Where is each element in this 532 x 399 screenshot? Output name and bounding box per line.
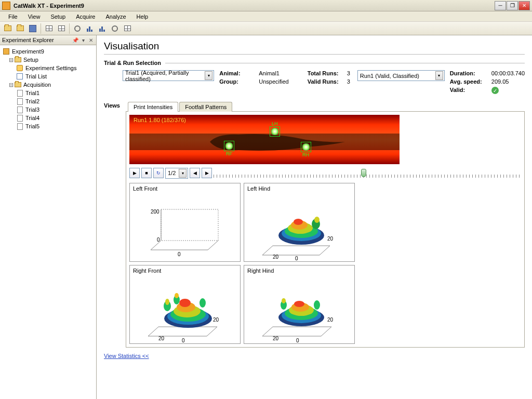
chevron-down-icon[interactable]: ▾ xyxy=(179,169,187,178)
axis-label: 20 xyxy=(273,336,279,341)
axis-label: 20 xyxy=(327,317,334,323)
tree-root[interactable]: Experiment9 xyxy=(1,47,95,56)
svg-point-15 xyxy=(165,299,169,305)
tree-item-label: Trial List xyxy=(25,73,47,79)
tree-acquisition[interactable]: ⊟ Acquisition xyxy=(1,81,95,89)
axis-label: 0 xyxy=(178,251,181,257)
views-label: Views xyxy=(104,101,123,109)
svg-point-7 xyxy=(314,217,320,223)
menu-analyze[interactable]: Analyze xyxy=(100,12,131,21)
menu-setup[interactable]: Setup xyxy=(45,12,71,21)
menu-help[interactable]: Help xyxy=(131,12,154,21)
tree-item-label: Trial2 xyxy=(25,98,39,104)
duration-label: Duration: xyxy=(450,70,488,76)
titlebar: CatWalk XT - Experiment9 ─ ❐ ✕ xyxy=(0,0,532,11)
tool-run-icon[interactable] xyxy=(109,23,121,34)
svg-point-27 xyxy=(314,300,320,310)
tab-print-intensities[interactable]: Print Intensities xyxy=(128,102,178,112)
plot-left-hind: Left Hind xyxy=(244,183,355,262)
group-value: Unspecified xyxy=(259,78,288,85)
trial-select[interactable]: Trial1 (Acquired, Partially classified) … xyxy=(123,70,214,81)
axis-label: 20 xyxy=(327,236,334,242)
pin-icon[interactable]: 📌 xyxy=(72,37,78,43)
svg-point-18 xyxy=(200,298,206,308)
tree-trial1[interactable]: Trial1 xyxy=(1,89,95,97)
avg-speed-value: 209.05 xyxy=(491,78,509,85)
chevron-down-icon[interactable]: ▾ xyxy=(435,71,443,80)
tree-trial3[interactable]: Trial3 xyxy=(1,105,95,114)
page-title: Visualisation xyxy=(104,41,525,52)
experiment-tree: Experiment9 ⊟ Setup Experiment Settings … xyxy=(0,45,96,132)
animal-label: Animal: xyxy=(219,70,256,76)
axis-label: 20 xyxy=(158,336,165,341)
svg-point-26 xyxy=(282,298,286,303)
tool-table-icon[interactable] xyxy=(43,23,55,34)
paw-label: RF xyxy=(226,151,232,156)
timeline-slider[interactable] xyxy=(214,167,521,179)
tool-export-icon[interactable] xyxy=(122,23,133,34)
runway-view: Run1 1.80 (182/376) RF LH xyxy=(129,115,400,164)
tree-acquisition-label: Acquisition xyxy=(23,82,51,88)
menu-acquire[interactable]: Acquire xyxy=(71,12,100,21)
tree-item-label: Trial5 xyxy=(25,123,39,129)
panel-close-icon[interactable]: ✕ xyxy=(88,37,94,43)
tree-trial4[interactable]: Trial4 xyxy=(1,114,95,122)
axis-label: 200 xyxy=(151,209,159,215)
axis-label: 0 xyxy=(295,256,298,261)
toolbar-separator xyxy=(41,23,41,34)
collapse-icon[interactable]: ⊟ xyxy=(8,82,14,88)
play-button[interactable]: ▶ xyxy=(129,168,140,178)
svg-point-24 xyxy=(294,301,304,307)
menubar: File View Setup Acquire Analyze Help xyxy=(0,11,532,22)
run-select[interactable]: Run1 (Valid, Classified) ▾ xyxy=(357,70,445,81)
valid-runs-label: Valid Runs: xyxy=(308,78,344,85)
minimize-button[interactable]: ─ xyxy=(495,1,506,10)
tool-settings-icon[interactable] xyxy=(72,23,83,34)
stop-button[interactable]: ■ xyxy=(141,168,152,178)
valid-runs-value: 3 xyxy=(347,78,350,85)
plot-left-front: Left Front 200 0 xyxy=(129,183,241,262)
collapse-icon[interactable]: ⊟ xyxy=(8,57,14,63)
axis-label: 20 xyxy=(273,254,279,260)
runway-overlay-text: Run1 1.80 (182/376) xyxy=(134,117,186,123)
tree-setup[interactable]: ⊟ Setup xyxy=(1,56,95,64)
menu-file[interactable]: File xyxy=(3,12,23,21)
frame-forward-button[interactable]: ▶ xyxy=(202,168,212,178)
toolbar-separator xyxy=(69,23,70,34)
speed-value: 1/2 xyxy=(168,170,177,176)
valid-check-icon: ✓ xyxy=(491,87,499,94)
tree-experiment-settings[interactable]: Experiment Settings xyxy=(1,64,95,72)
axis-label: 20 xyxy=(213,317,219,323)
tree-trial2[interactable]: Trial2 xyxy=(1,97,95,105)
svg-point-17 xyxy=(175,293,179,298)
tool-save-icon[interactable] xyxy=(27,23,38,34)
menu-view[interactable]: View xyxy=(23,12,46,21)
loop-button[interactable]: ↻ xyxy=(153,168,164,178)
chevron-down-icon[interactable]: ▾ xyxy=(205,71,212,80)
tool-new-icon[interactable] xyxy=(2,23,14,34)
view-statistics-link[interactable]: View Statistics << xyxy=(104,353,149,359)
avg-speed-label: Avg. speed: xyxy=(450,78,488,85)
tool-list-icon[interactable] xyxy=(56,23,67,34)
axis-label: 0 xyxy=(296,338,299,343)
paw-label: RH xyxy=(302,152,309,157)
tool-open-icon[interactable] xyxy=(15,23,26,34)
tool-chart-icon[interactable] xyxy=(84,23,96,34)
valid-label: Valid: xyxy=(450,87,488,94)
paw-box-lh: LH xyxy=(270,126,280,137)
frame-back-button[interactable]: ◀ xyxy=(190,168,200,178)
plot-right-front: Right Front xyxy=(129,265,241,344)
maximize-button[interactable]: ❐ xyxy=(507,1,518,10)
speed-select[interactable]: 1/2 ▾ xyxy=(165,168,188,179)
tree-item-label: Trial4 xyxy=(25,115,39,121)
plot-right-hind: Right Hind xyxy=(244,265,355,344)
close-button[interactable]: ✕ xyxy=(518,1,530,10)
tab-footfall-patterns[interactable]: Footfall Patterns xyxy=(179,102,232,112)
tree-trial5[interactable]: Trial5 xyxy=(1,122,95,130)
tree-trial-list[interactable]: Trial List xyxy=(1,72,95,81)
tool-stats-icon[interactable] xyxy=(97,23,108,34)
timeline-thumb[interactable] xyxy=(361,169,366,177)
explorer-header: Experiment Explorer 📌 ▾ ✕ xyxy=(0,35,96,45)
window-title: CatWalk XT - Experiment9 xyxy=(14,3,495,9)
dropdown-icon[interactable]: ▾ xyxy=(80,37,86,43)
